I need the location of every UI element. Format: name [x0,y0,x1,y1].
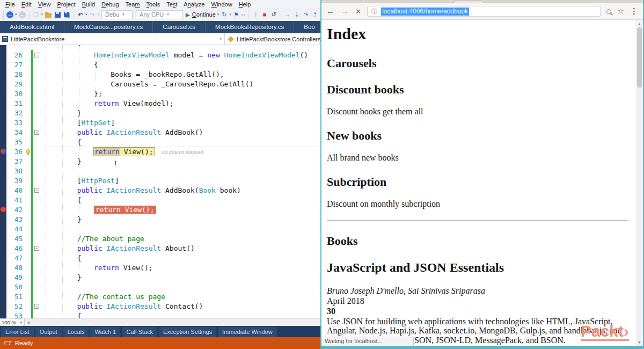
menu-file[interactable]: File [2,1,18,8]
browser-tab[interactable] [453,1,484,3]
editor-zoom-dropdown[interactable]: 100 %▾ [0,319,25,326]
code-line[interactable]: 30}; [0,89,320,98]
scroll-left-arrow-icon[interactable]: ◀ [25,321,32,325]
breakpoint-margin[interactable] [0,282,6,292]
menu-view[interactable]: View [35,1,54,8]
navigate-forward-button[interactable]: → [19,11,26,18]
breakpoint-margin[interactable] [0,224,6,234]
zoom-icon[interactable] [606,9,611,14]
breakpoint-icon[interactable] [1,207,6,212]
menu-window[interactable]: Window [208,1,235,8]
doc-tab-5[interactable]: Boo [294,21,320,33]
browser-tab-strip[interactable] [321,0,643,3]
breakpoint-margin[interactable] [0,50,6,60]
stop-button[interactable]: ■ [261,11,268,18]
code-line[interactable]: 53{ [0,311,320,318]
step-over-button[interactable]: ↷ [303,11,310,18]
breakpoint-margin[interactable] [0,185,6,195]
show-next-statement-button[interactable]: → [284,11,291,18]
doc-tab-4[interactable]: MockBooksRepository.cs [206,21,294,33]
breakpoint-margin[interactable] [0,263,6,272]
menu-test[interactable]: Test [163,1,180,8]
breakpoint-margin[interactable] [0,118,6,127]
toolbar-overflow-icon[interactable]: ▪▪ [241,12,246,17]
menu-edit[interactable]: Edit [18,1,35,8]
page-info-icon[interactable]: ⓘ [371,8,377,16]
menu-help[interactable]: Help [236,1,254,8]
code-line[interactable]: 43} [0,214,320,224]
breakpoint-margin[interactable] [0,176,6,185]
breakpoint-margin[interactable] [0,272,6,282]
save-all-button[interactable] [64,12,69,17]
tool-tab-watch-1[interactable]: Watch 1 [90,327,120,337]
breakpoint-margin[interactable] [0,214,6,224]
fold-collapse-icon[interactable]: - [34,188,39,193]
code-line[interactable]: 31return View(model); [0,98,320,108]
scroll-down-arrow-icon[interactable]: ▼ [636,339,643,346]
code-line[interactable]: 48return View(); [0,263,320,272]
menu-tools[interactable]: Tools [143,1,163,8]
code-line[interactable]: 38 [0,166,320,176]
project-dropdown[interactable]: LittlePacktBookstore ▾ [0,33,225,45]
apply-code-changes-button[interactable]: ↻ [221,11,228,18]
breakpoint-margin[interactable] [0,147,6,156]
breakpoint-margin[interactable] [0,195,6,205]
save-button[interactable] [55,12,61,18]
chevron-down-icon[interactable]: ▾ [15,12,17,17]
restart-button[interactable]: ↺ [270,11,277,18]
menu-debug[interactable]: Debug [98,1,122,8]
pause-button[interactable]: ‖ [252,11,259,18]
code-line[interactable]: 44 [0,224,320,234]
tool-tab-exception-settings[interactable]: Exception Settings [159,327,216,337]
breakpoint-margin[interactable] [0,253,6,263]
open-file-button[interactable] [45,13,52,18]
breakpoint-margin[interactable] [0,69,6,79]
fold-collapse-icon[interactable]: - [34,130,39,135]
code-line[interactable]: 26-HomeIndexViewModel model = new HomeIn… [0,50,320,60]
chevron-down-icon[interactable]: ▾ [85,12,87,17]
chevron-down-icon[interactable]: ▾ [217,12,219,17]
code-line[interactable]: 49} [0,272,320,282]
doc-tab-3[interactable]: Carousel.cs [153,21,206,33]
code-line[interactable]: 35{ [0,137,320,147]
browser-back-button[interactable]: ← [326,6,335,16]
bookmark-star-icon[interactable]: ☆ [617,6,624,16]
code-line[interactable]: 36return View();≤3,406ms elapsed [0,147,320,156]
code-line[interactable]: 46-public IActionResult About() [0,243,320,253]
new-file-button[interactable]: ❐ [33,11,40,18]
menu-team[interactable]: Team [122,1,143,8]
solution-configurations-dropdown[interactable]: Debu▾ [101,10,133,19]
breakpoint-margin[interactable] [0,234,6,243]
breakpoint-margin[interactable] [0,108,6,118]
code-line[interactable]: 33[HttpGet] [0,118,320,127]
application-insights-icon[interactable]: ⚑ [233,11,240,18]
tool-tab-immediate-window[interactable]: Immediate Window [218,327,277,337]
code-line[interactable]: 34-public IActionResult AddBook() [0,127,320,137]
tool-tab-error-list[interactable]: Error List [1,327,34,337]
step-out-button[interactable]: ⇡ [312,11,319,18]
toolbar-grip[interactable] [3,11,4,19]
menu-build[interactable]: Build [79,1,98,8]
code-line[interactable]: 28Books = _bookRepo.GetAll(), [0,69,320,79]
breakpoint-margin[interactable] [0,205,6,214]
code-line[interactable]: 25{ [0,45,320,50]
breakpoint-margin[interactable] [0,89,6,98]
code-line[interactable]: 39[HttpPost] [0,176,320,185]
code-line[interactable]: 51//The contact us page [0,292,320,301]
tool-tab-output[interactable]: Output [35,327,62,337]
scrollbar-thumb[interactable] [637,27,642,88]
code-line[interactable]: 42return View(); [0,205,320,214]
breakpoint-margin[interactable] [0,98,6,108]
code-line[interactable]: 50 [0,282,320,292]
scroll-up-arrow-icon[interactable]: ▲ [636,20,643,27]
browser-scrollbar[interactable]: ▲ ▼ [636,20,643,346]
step-into-button[interactable]: ⇣ [294,11,301,18]
breakpoint-margin[interactable] [0,156,6,166]
code-line[interactable]: 32} [0,108,320,118]
chevron-down-icon[interactable]: ▾ [41,12,43,17]
breakpoint-margin[interactable] [0,166,6,176]
doc-tab-1[interactable]: AddBook.cshtml [0,21,64,33]
redo-button[interactable]: ↷ [89,11,96,18]
undo-button[interactable]: ↶ [77,11,84,18]
fold-collapse-icon[interactable]: - [34,53,39,57]
